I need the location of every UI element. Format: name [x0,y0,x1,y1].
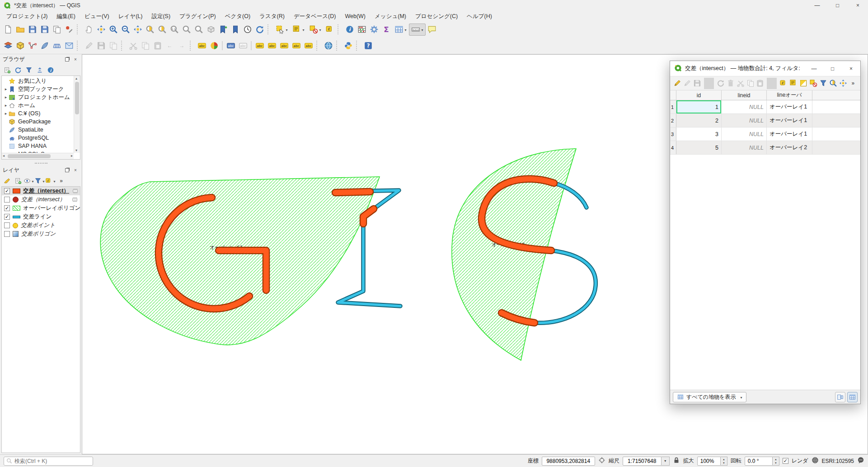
layers-toolbar-overflow[interactable]: » [56,176,66,186]
menu-help[interactable]: ヘルプ(H) [462,11,497,22]
datasource-manager-icon[interactable] [2,39,14,52]
python-console-icon[interactable] [342,39,354,52]
magnifier-spinner[interactable]: ▴▾ [721,457,727,466]
highlight-diagrams-icon[interactable] [237,39,249,52]
attr-close-button[interactable]: × [842,61,860,76]
menu-web[interactable]: Web(W) [340,11,370,21]
browser-horizontal-scrollbar[interactable] [2,153,74,159]
toggle-editing-icon[interactable] [83,39,95,52]
attr-reload-icon[interactable] [716,78,726,89]
open-project-icon[interactable] [14,24,26,36]
feature-filter-button[interactable]: すべての地物を表示 [673,392,746,402]
pin-labels-icon[interactable] [253,39,266,52]
deselect-all-icon[interactable] [307,24,324,36]
table-row[interactable]: 11NULLオーバーレイ1 [670,100,860,114]
save-project-icon[interactable] [26,24,38,36]
move-label-icon[interactable] [290,39,302,52]
select-features-icon[interactable] [273,24,290,36]
rotation-spinner[interactable]: ▴▾ [773,457,779,466]
browser-properties-icon[interactable] [45,65,56,75]
dock-splitter[interactable] [0,161,82,165]
redo-icon[interactable]: → [176,39,188,52]
menu-plugins[interactable]: プラグイン(P) [175,11,221,22]
menu-view[interactable]: ビュー(V) [80,11,114,22]
browser-item-geopackage[interactable]: GeoPackage [2,118,80,126]
copy-features-icon[interactable] [139,39,151,52]
layer-item-overlay-polygon[interactable]: オーバーレイポリゴン [2,204,80,212]
browser-collapse-icon[interactable] [34,65,45,75]
select-by-expression-icon[interactable] [324,24,336,36]
new-bookmark-icon[interactable] [217,24,229,36]
browser-refresh-icon[interactable] [13,65,23,75]
map-tips-icon[interactable] [426,24,438,36]
layer-checkbox[interactable] [4,214,10,220]
metasearch-icon[interactable] [322,39,334,52]
new-geopackage-layer-icon[interactable] [14,39,26,52]
close-button[interactable]: × [848,0,868,11]
filter-legend-icon[interactable] [34,176,45,186]
search-input[interactable] [14,458,90,464]
attr-toolbar-overflow[interactable]: » [848,78,858,89]
layout-manager-icon[interactable] [51,24,63,36]
layer-checkbox[interactable] [4,197,10,203]
zoom-actual-icon[interactable] [168,24,180,36]
attr-toggle-editing-icon[interactable] [672,78,682,89]
table-row[interactable]: 45NULLオーバーレイ2 [670,141,860,155]
zoom-in-icon[interactable] [107,24,119,36]
unpin-labels-icon[interactable] [266,39,278,52]
attr-minimize-button[interactable]: — [805,61,823,76]
layer-labeling-icon[interactable] [196,39,208,52]
measure-icon[interactable] [409,24,426,36]
undo-icon[interactable]: ← [164,39,176,52]
new-3d-map-icon[interactable] [205,24,217,36]
current-edits-icon[interactable] [107,39,119,52]
lock-scale-icon[interactable] [673,457,680,465]
column-header-id[interactable]: id [676,90,722,100]
expand-arrow-icon[interactable]: ▸ [3,103,9,108]
new-project-icon[interactable] [2,24,14,36]
corner-header[interactable] [670,90,676,100]
cut-features-icon[interactable] [127,39,139,52]
filter-expression-icon[interactable] [45,176,56,186]
maximize-button[interactable]: □ [827,0,848,11]
attr-cut-icon[interactable] [736,78,746,89]
statistics-icon[interactable] [380,24,392,36]
attr-filter-icon[interactable] [818,78,828,89]
layer-checkbox[interactable] [4,205,10,211]
pan-to-selection-icon[interactable] [95,24,107,36]
messages-icon[interactable] [857,457,864,465]
scale-dropdown-icon[interactable]: ▾ [662,457,670,466]
new-virtual-layer-icon[interactable] [63,39,75,52]
menu-edit[interactable]: 編集(E) [52,11,80,22]
table-row[interactable]: 22NULLオーバーレイ1 [670,114,860,127]
show-hidden-labels-icon[interactable] [278,39,290,52]
zoom-next-icon[interactable] [192,24,205,36]
save-edits-icon[interactable] [95,39,107,52]
attr-multiedit-icon[interactable] [682,78,692,89]
layer-checkbox[interactable] [4,231,10,237]
attr-pan-selection-icon[interactable] [838,78,848,89]
magnifier-input[interactable] [697,457,721,466]
attribute-window-titlebar[interactable]: 交差（intersect） — 地物数合計: 4, フィルタ: 4,... —□… [670,61,860,76]
expand-arrow-icon[interactable]: ▸ [3,87,9,91]
menu-project[interactable]: プロジェクト(J) [2,11,52,22]
menu-settings[interactable]: 設定(S) [147,11,175,22]
paste-features-icon[interactable] [151,39,164,52]
zoom-native-icon[interactable] [144,24,156,36]
help-icon[interactable] [362,39,374,52]
menu-database[interactable]: データベース(D) [289,11,341,22]
save-project-as-icon[interactable] [38,24,51,36]
browser-item-c-drive[interactable]: ▸C:¥ (OS) [2,109,80,118]
new-shapefile-layer-icon[interactable] [26,39,38,52]
new-spatialite-layer-icon[interactable] [38,39,51,52]
column-header-lineid[interactable]: lineid [722,90,767,100]
browser-float-button[interactable] [63,56,70,63]
attr-zoom-selection-icon[interactable] [828,78,838,89]
browser-add-layer-icon[interactable] [2,65,12,75]
attr-delete-selected-icon[interactable] [726,78,736,89]
style-manager-icon[interactable] [63,24,75,36]
menu-vector[interactable]: ベクタ(O) [221,11,255,22]
browser-item-postgresql[interactable]: PostgreSQL [2,134,80,142]
rotate-label-icon[interactable] [302,39,314,52]
browser-item-project-home[interactable]: ▸プロジェクトホーム [2,93,80,101]
